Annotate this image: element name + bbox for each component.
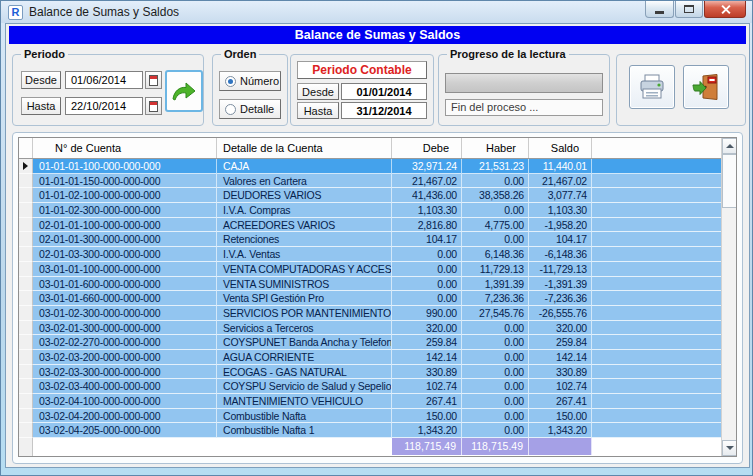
cell-haber: 21,531.23 (462, 159, 529, 174)
periodo-hasta-input[interactable]: 22/10/2014 (65, 97, 143, 115)
cell-filler (592, 291, 736, 306)
cell-saldo: 21,467.02 (529, 174, 592, 189)
periodo-hasta-button[interactable]: Hasta (21, 97, 61, 115)
close-icon (720, 4, 731, 15)
cell-detalle: MANTENIMIENTO VEHICULO (217, 394, 392, 409)
periodo-desde-calendar-button[interactable] (145, 71, 162, 89)
refresh-button[interactable] (165, 70, 203, 112)
column-header[interactable]: Detalle de la Cuenta (217, 138, 392, 158)
cell-haber: 0.00 (462, 409, 529, 424)
table-row[interactable]: 02-01-03-300-000-000-000I.V.A. Ventas0.0… (19, 247, 736, 262)
periodo-contable-groupbox: Periodo Contable Desde 01/01/2014 Hasta … (290, 54, 434, 126)
calendar-icon (149, 101, 158, 112)
table-row[interactable]: 01-01-01-100-000-000-000CAJA32,971.2421,… (19, 159, 736, 174)
table-row[interactable]: 01-01-02-100-000-000-000DEUDORES VARIOS4… (19, 188, 736, 203)
cell-cuenta: 01-01-02-300-000-000-000 (33, 203, 217, 218)
table-row[interactable]: 03-02-03-300-000-000-000ECOGAS - GAS NAT… (19, 365, 736, 380)
table-row[interactable]: 02-01-01-100-000-000-000ACREEDORES VARIO… (19, 218, 736, 233)
scroll-down-icon (726, 446, 734, 450)
table-row[interactable]: 03-02-04-205-000-000-000Combustible Naft… (19, 423, 736, 438)
cell-debe: 102.74 (392, 379, 462, 394)
window-title: Balance de Sumas y Saldos (29, 5, 179, 19)
progreso-groupbox: Progreso de la lectura Fin del proceso .… (438, 54, 610, 126)
periodo-desde-button[interactable]: Desde (21, 71, 61, 89)
cell-saldo: -26,555.76 (529, 306, 592, 321)
close-button[interactable] (704, 1, 746, 18)
grid-panel: N° de CuentaDetalle de la CuentaDebeHabe… (12, 132, 743, 464)
table-row[interactable]: 03-01-01-660-000-000-000Venta SPI Gestió… (19, 291, 736, 306)
row-selector-cell (19, 159, 33, 174)
cell-detalle: COYSPUNET Banda Ancha y Telefonía (217, 335, 392, 350)
cell-saldo: 330.89 (529, 365, 592, 380)
cell-detalle: VENTA SUMINISTROS (217, 277, 392, 292)
periodo-groupbox: Periodo Desde 01/06/2014 Hasta 22/10/201… (12, 54, 204, 126)
row-selector-cell (19, 423, 33, 438)
column-header[interactable]: N° de Cuenta (33, 138, 217, 158)
cell-detalle: Retenciones (217, 232, 392, 247)
table-row[interactable]: 03-02-04-100-000-000-000MANTENIMIENTO VE… (19, 394, 736, 409)
table-row[interactable]: 02-01-01-300-000-000-000Retenciones104.1… (19, 232, 736, 247)
cell-detalle: Combustible Nafta 1 (217, 423, 392, 438)
calendar-icon (149, 75, 158, 86)
grid-body: 01-01-01-100-000-000-000CAJA32,971.2421,… (19, 159, 736, 455)
cell-filler (592, 277, 736, 292)
cell-haber: 0.00 (462, 394, 529, 409)
minimize-button[interactable] (645, 1, 674, 18)
table-row[interactable]: 01-01-01-150-000-000-000Valores en Carte… (19, 174, 736, 189)
contable-desde-input[interactable]: 01/01/2014 (341, 83, 427, 100)
cell-debe: 330.89 (392, 365, 462, 380)
cell-debe: 2,816.80 (392, 218, 462, 233)
cell-cuenta: 03-01-01-100-000-000-000 (33, 262, 217, 277)
print-button[interactable] (629, 65, 675, 109)
column-header[interactable]: Debe (392, 138, 462, 158)
table-row[interactable]: 03-01-01-600-000-000-000VENTA SUMINISTRO… (19, 277, 736, 292)
cell-saldo: 1,103.30 (529, 203, 592, 218)
cell-detalle: SERVICIOS POR MANTENIMIENTO (217, 306, 392, 321)
table-row[interactable]: 03-02-03-400-000-000-000COYSPU Servicio … (19, 379, 736, 394)
cell-haber: 38,358.26 (462, 188, 529, 203)
exit-button[interactable] (683, 65, 729, 109)
cell-cuenta: 03-02-04-100-000-000-000 (33, 394, 217, 409)
cell-cuenta: 03-01-01-660-000-000-000 (33, 291, 217, 306)
row-selector-cell (19, 409, 33, 424)
maximize-button[interactable] (675, 1, 703, 18)
row-selector-cell (19, 174, 33, 189)
app-icon: R (8, 5, 23, 20)
row-selector-cell (19, 262, 33, 277)
vertical-scrollbar[interactable] (721, 138, 736, 456)
cell-cuenta: 03-01-01-600-000-000-000 (33, 277, 217, 292)
totals-spacer (19, 438, 33, 455)
table-row[interactable]: 03-01-02-300-000-000-000SERVICIOS POR MA… (19, 306, 736, 321)
cell-haber: 0.00 (462, 379, 529, 394)
cell-detalle: ECOGAS - GAS NATURAL (217, 365, 392, 380)
contable-desde-button[interactable]: Desde (297, 83, 339, 100)
contable-hasta-button[interactable]: Hasta (297, 102, 339, 119)
periodo-hasta-calendar-button[interactable] (145, 97, 162, 115)
cell-detalle: Combustible Nafta (217, 409, 392, 424)
row-selector-cell (19, 247, 33, 262)
row-selector-cell (19, 350, 33, 365)
cell-filler (592, 409, 736, 424)
periodo-desde-input[interactable]: 01/06/2014 (65, 71, 143, 89)
scroll-up-button[interactable] (722, 138, 737, 154)
scroll-down-button[interactable] (722, 440, 737, 456)
table-row[interactable]: 03-01-01-100-000-000-000VENTA COMPUTADOR… (19, 262, 736, 277)
radio-option-detalle[interactable]: Detalle (219, 99, 281, 119)
cell-saldo: 150.00 (529, 409, 592, 424)
scrollbar-thumb[interactable] (722, 154, 737, 208)
cell-detalle: Valores en Cartera (217, 174, 392, 189)
table-row[interactable]: 03-02-02-270-000-000-000COYSPUNET Banda … (19, 335, 736, 350)
radio-option-numero[interactable]: Número (219, 71, 281, 91)
column-header[interactable]: Haber (462, 138, 529, 158)
row-selector-cell (19, 379, 33, 394)
table-row[interactable]: 03-02-03-200-000-000-000AGUA CORRIENTE14… (19, 350, 736, 365)
contable-hasta-input[interactable]: 31/12/2014 (341, 102, 427, 119)
titlebar[interactable]: R Balance de Sumas y Saldos (1, 1, 752, 23)
table-row[interactable]: 03-02-01-300-000-000-000Servicios a Terc… (19, 321, 736, 336)
cell-filler (592, 321, 736, 336)
table-row[interactable]: 01-01-02-300-000-000-000I.V.A. Compras1,… (19, 203, 736, 218)
table-row[interactable]: 03-02-04-200-000-000-000Combustible Naft… (19, 409, 736, 424)
cell-filler (592, 350, 736, 365)
column-header[interactable]: Saldo (529, 138, 592, 158)
radio-option-label: Número (240, 75, 279, 87)
